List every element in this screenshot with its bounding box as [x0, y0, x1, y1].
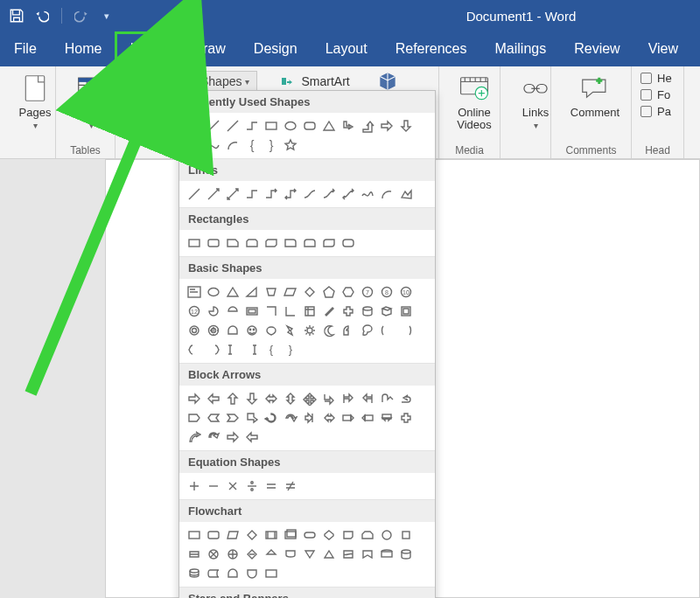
shape-item[interactable]: [321, 410, 337, 426]
shape-item[interactable]: [244, 284, 260, 300]
shape-arc[interactable]: [225, 137, 241, 153]
shape-item[interactable]: [340, 410, 356, 426]
shape-item[interactable]: [244, 566, 260, 581]
shape-curve[interactable]: [206, 137, 221, 153]
shape-item[interactable]: [283, 410, 298, 426]
shape-connector[interactable]: [244, 118, 260, 134]
shape-item[interactable]: [283, 284, 298, 300]
shape-item[interactable]: [360, 391, 375, 407]
shape-right-brace[interactable]: }: [263, 137, 279, 153]
header-button[interactable]: He: [640, 72, 675, 85]
shape-curve-double[interactable]: [340, 186, 356, 202]
shape-item[interactable]: [321, 546, 337, 562]
shape-item[interactable]: [398, 546, 414, 562]
smartart-button[interactable]: SmartArt: [275, 71, 354, 92]
shape-curve-arrow[interactable]: [321, 186, 337, 202]
tab-view[interactable]: View: [634, 31, 692, 66]
shape-divide[interactable]: [244, 478, 260, 494]
shape-item[interactable]: [360, 410, 375, 426]
shape-plus[interactable]: [186, 478, 202, 494]
shape-item[interactable]: [398, 303, 414, 319]
shape-rounded-rect[interactable]: [206, 235, 221, 251]
shape-item[interactable]: [340, 284, 356, 300]
shape-elbow-arrow[interactable]: [263, 186, 279, 202]
shape-item[interactable]: [340, 303, 356, 319]
shape-round-diag[interactable]: [321, 235, 337, 251]
shape-item[interactable]: [263, 410, 279, 426]
shape-item[interactable]: [398, 323, 414, 338]
shape-line[interactable]: [206, 118, 221, 134]
shape-arc[interactable]: [379, 186, 395, 202]
shape-rounded-rect[interactable]: [302, 118, 318, 134]
shape-item[interactable]: [225, 303, 241, 319]
shape-item[interactable]: [186, 323, 202, 338]
shape-freeform[interactable]: [398, 186, 414, 202]
shape-item[interactable]: [206, 284, 221, 300]
table-button[interactable]: Table: [65, 70, 117, 130]
qat-customize-icon[interactable]: ▾: [99, 8, 115, 24]
shape-item[interactable]: [225, 391, 241, 407]
shape-item[interactable]: [398, 391, 414, 407]
shape-item[interactable]: [379, 323, 395, 338]
shape-item[interactable]: [340, 391, 356, 407]
shape-item[interactable]: [379, 391, 395, 407]
shape-item[interactable]: 7: [360, 284, 375, 300]
footer-button[interactable]: Fo: [640, 88, 675, 101]
shape-left-brace[interactable]: {: [244, 137, 260, 153]
tab-insert[interactable]: Insert: [116, 32, 178, 66]
shape-triangle[interactable]: [321, 118, 337, 134]
shape-item[interactable]: [302, 391, 318, 407]
shape-item[interactable]: [244, 546, 260, 562]
shape-item[interactable]: [225, 566, 241, 581]
shape-item[interactable]: [263, 284, 279, 300]
shape-rect[interactable]: [186, 235, 202, 251]
shape-minus[interactable]: [206, 478, 221, 494]
shape-item[interactable]: [206, 410, 221, 426]
shape-l-arrow[interactable]: [340, 118, 356, 134]
shape-item[interactable]: [398, 410, 414, 426]
shape-item[interactable]: [186, 391, 202, 407]
shape-item[interactable]: [340, 323, 356, 338]
tab-design[interactable]: Design: [240, 31, 312, 66]
shape-item[interactable]: [186, 527, 202, 543]
shape-item[interactable]: [302, 546, 318, 562]
shape-pentagon-arrow[interactable]: [186, 137, 202, 153]
shape-item[interactable]: [225, 342, 241, 358]
shape-round-single[interactable]: [283, 235, 298, 251]
shape-item[interactable]: [321, 323, 337, 338]
shape-item[interactable]: [225, 546, 241, 562]
shape-round-rect2[interactable]: [340, 235, 356, 251]
shape-item[interactable]: [263, 323, 279, 338]
shape-textbox[interactable]: [186, 118, 202, 134]
tab-home[interactable]: Home: [51, 31, 116, 66]
shape-item[interactable]: [244, 323, 260, 338]
shape-item[interactable]: [244, 391, 260, 407]
shape-item[interactable]: [186, 342, 202, 358]
shape-item[interactable]: [225, 527, 241, 543]
tab-mailings[interactable]: Mailings: [481, 31, 561, 66]
shape-star[interactable]: [283, 137, 298, 153]
shape-equal[interactable]: [263, 478, 279, 494]
shape-item[interactable]: 12: [186, 303, 202, 319]
shape-item[interactable]: [186, 284, 202, 300]
shape-item[interactable]: [360, 303, 375, 319]
shape-item[interactable]: [321, 391, 337, 407]
shape-item[interactable]: [206, 566, 221, 581]
shape-item[interactable]: [283, 527, 298, 543]
tab-references[interactable]: References: [382, 31, 481, 66]
shape-line[interactable]: [225, 118, 241, 134]
shape-item[interactable]: [263, 566, 279, 581]
shape-item[interactable]: [302, 527, 318, 543]
shape-item[interactable]: [398, 527, 414, 543]
shape-item[interactable]: [244, 429, 260, 445]
shape-item[interactable]: [206, 429, 221, 445]
shape-rectangle[interactable]: [263, 118, 279, 134]
shape-item[interactable]: [244, 303, 260, 319]
shape-item[interactable]: [379, 303, 395, 319]
shape-item[interactable]: 10: [398, 284, 414, 300]
shape-squiggle[interactable]: [360, 186, 375, 202]
shape-item[interactable]: [206, 527, 221, 543]
pages-button[interactable]: Pages: [9, 70, 61, 130]
shape-item[interactable]: [360, 546, 375, 562]
shape-item[interactable]: [225, 429, 241, 445]
